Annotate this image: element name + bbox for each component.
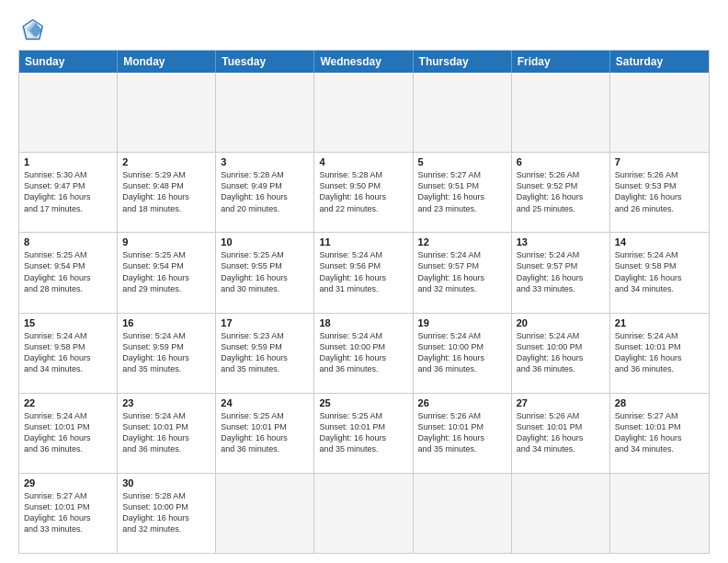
cell-line: and 18 minutes. (122, 203, 210, 214)
cell-line: Sunset: 9:53 PM (615, 180, 704, 191)
day-number: 12 (418, 236, 506, 247)
calendar-row-2: 8Sunrise: 5:25 AMSunset: 9:54 PMDaylight… (19, 233, 709, 313)
cell-line: Daylight: 16 hours (319, 191, 407, 202)
header-cell-wednesday: Wednesday (314, 51, 413, 73)
cell-line: Sunset: 10:01 PM (517, 421, 605, 432)
cell-line: Daylight: 16 hours (615, 191, 704, 202)
cell-line: and 35 minutes. (319, 443, 407, 454)
cell-line: Sunset: 9:54 PM (122, 260, 210, 271)
calendar-cell: 26Sunrise: 5:26 AMSunset: 10:01 PMDaylig… (414, 394, 512, 473)
calendar-header: SundayMondayTuesdayWednesdayThursdayFrid… (19, 51, 709, 73)
calendar-cell: 1Sunrise: 5:30 AMSunset: 9:47 PMDaylight… (19, 153, 118, 232)
calendar-cell: 20Sunrise: 5:24 AMSunset: 10:00 PMDaylig… (512, 314, 610, 393)
cell-line: Sunset: 9:49 PM (221, 180, 309, 191)
calendar-row-0 (19, 73, 709, 153)
cell-line: Sunset: 9:59 PM (221, 341, 309, 352)
cell-line: Sunset: 10:01 PM (221, 421, 309, 432)
calendar-cell: 30Sunrise: 5:28 AMSunset: 10:00 PMDaylig… (118, 474, 216, 553)
cell-line: Daylight: 16 hours (24, 432, 112, 443)
cell-line: Sunset: 10:01 PM (24, 501, 112, 512)
cell-line: and 36 minutes. (122, 443, 210, 454)
cell-line: Sunset: 10:01 PM (319, 421, 407, 432)
cell-line: Daylight: 16 hours (615, 272, 704, 283)
cell-line: Sunrise: 5:29 AM (122, 169, 210, 180)
cell-line: and 34 minutes. (517, 443, 605, 454)
cell-line: Sunset: 10:01 PM (615, 341, 704, 352)
cell-line: Sunrise: 5:25 AM (122, 249, 210, 260)
cell-line: Daylight: 16 hours (221, 432, 309, 443)
cell-line: Sunrise: 5:30 AM (24, 169, 112, 180)
cell-line: Sunset: 10:01 PM (418, 421, 506, 432)
cell-line: Sunrise: 5:25 AM (221, 410, 309, 421)
calendar-cell (216, 474, 314, 553)
day-number: 6 (517, 156, 605, 167)
cell-line: Daylight: 16 hours (122, 191, 210, 202)
cell-line: Daylight: 16 hours (122, 512, 210, 523)
calendar-cell (19, 73, 118, 152)
cell-line: Sunrise: 5:24 AM (517, 330, 605, 341)
calendar-cell: 25Sunrise: 5:25 AMSunset: 10:01 PMDaylig… (314, 394, 413, 473)
cell-line: Sunset: 10:00 PM (517, 341, 605, 352)
calendar-cell (216, 73, 314, 152)
calendar-cell: 17Sunrise: 5:23 AMSunset: 9:59 PMDayligh… (216, 314, 314, 393)
cell-line: Sunrise: 5:25 AM (221, 249, 309, 260)
cell-line: Sunrise: 5:26 AM (517, 410, 605, 421)
cell-line: and 32 minutes. (122, 523, 210, 534)
calendar-cell: 10Sunrise: 5:25 AMSunset: 9:55 PMDayligh… (216, 233, 314, 312)
day-number: 11 (319, 236, 407, 247)
calendar-cell: 8Sunrise: 5:25 AMSunset: 9:54 PMDaylight… (19, 233, 118, 312)
cell-line: Sunrise: 5:27 AM (615, 410, 704, 421)
day-number: 25 (319, 397, 407, 408)
cell-line: and 25 minutes. (517, 203, 605, 214)
calendar-cell: 15Sunrise: 5:24 AMSunset: 9:58 PMDayligh… (19, 314, 118, 393)
day-number: 9 (122, 236, 210, 247)
header-cell-sunday: Sunday (19, 51, 118, 73)
cell-line: Sunset: 10:01 PM (615, 421, 704, 432)
cell-line: Sunset: 9:50 PM (319, 180, 407, 191)
cell-line: Sunset: 9:58 PM (24, 341, 112, 352)
cell-line: Daylight: 16 hours (418, 191, 506, 202)
cell-line: and 35 minutes. (122, 363, 210, 374)
cell-line: Sunrise: 5:24 AM (418, 330, 506, 341)
header-cell-thursday: Thursday (414, 51, 512, 73)
cell-line: and 34 minutes. (615, 283, 704, 294)
cell-line: Daylight: 16 hours (319, 352, 407, 363)
calendar-cell (314, 474, 413, 553)
cell-line: Daylight: 16 hours (221, 272, 309, 283)
calendar-cell: 4Sunrise: 5:28 AMSunset: 9:50 PMDaylight… (314, 153, 413, 232)
calendar-cell: 29Sunrise: 5:27 AMSunset: 10:01 PMDaylig… (19, 474, 118, 553)
calendar-cell (610, 73, 709, 152)
cell-line: Sunset: 9:54 PM (24, 260, 112, 271)
cell-line: and 17 minutes. (24, 203, 112, 214)
cell-line: and 36 minutes. (615, 363, 704, 374)
calendar-body: 1Sunrise: 5:30 AMSunset: 9:47 PMDaylight… (19, 73, 709, 553)
calendar-cell: 13Sunrise: 5:24 AMSunset: 9:57 PMDayligh… (512, 233, 610, 312)
cell-line: and 34 minutes. (24, 363, 112, 374)
cell-line: and 22 minutes. (319, 203, 407, 214)
cell-line: Daylight: 16 hours (221, 191, 309, 202)
cell-line: Daylight: 16 hours (517, 352, 605, 363)
calendar-cell: 9Sunrise: 5:25 AMSunset: 9:54 PMDaylight… (118, 233, 216, 312)
cell-line: Daylight: 16 hours (418, 432, 506, 443)
calendar: SundayMondayTuesdayWednesdayThursdayFrid… (18, 50, 710, 554)
calendar-cell: 7Sunrise: 5:26 AMSunset: 9:53 PMDaylight… (610, 153, 709, 232)
calendar-cell: 24Sunrise: 5:25 AMSunset: 10:01 PMDaylig… (216, 394, 314, 473)
day-number: 5 (418, 156, 506, 167)
cell-line: Sunset: 9:47 PM (24, 180, 112, 191)
cell-line: Daylight: 16 hours (615, 352, 704, 363)
cell-line: Sunrise: 5:24 AM (24, 410, 112, 421)
cell-line: and 36 minutes. (319, 363, 407, 374)
cell-line: Daylight: 16 hours (319, 432, 407, 443)
calendar-cell: 21Sunrise: 5:24 AMSunset: 10:01 PMDaylig… (610, 314, 709, 393)
cell-line: Daylight: 16 hours (517, 432, 605, 443)
cell-line: Sunrise: 5:24 AM (517, 249, 605, 260)
calendar-cell (118, 73, 216, 152)
calendar-cell: 11Sunrise: 5:24 AMSunset: 9:56 PMDayligh… (314, 233, 413, 312)
cell-line: Sunrise: 5:24 AM (319, 249, 407, 260)
cell-line: Sunrise: 5:25 AM (24, 249, 112, 260)
cell-line: and 36 minutes. (221, 443, 309, 454)
cell-line: Sunset: 10:00 PM (418, 341, 506, 352)
day-number: 4 (319, 156, 407, 167)
cell-line: Sunset: 9:48 PM (122, 180, 210, 191)
cell-line: Sunrise: 5:24 AM (122, 330, 210, 341)
